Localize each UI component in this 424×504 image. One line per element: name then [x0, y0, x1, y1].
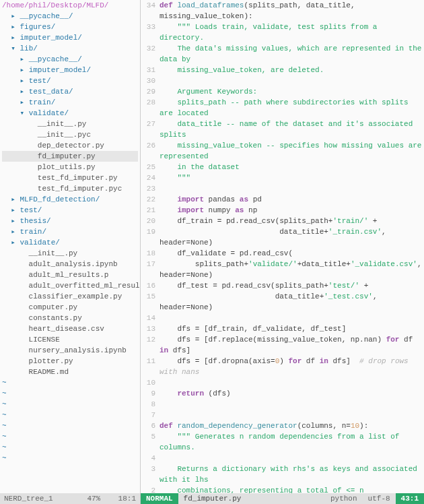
code-text: splits_path+'validate/'+data_title+'_val…	[160, 259, 424, 280]
code-text	[160, 313, 424, 323]
code-line[interactable]: 5 """ Generates n random dependencies fr…	[141, 431, 424, 453]
tree-dir[interactable]: ▸ imputer_model/	[2, 32, 138, 43]
tree-dir[interactable]: ▾ validate/	[2, 108, 138, 119]
tree-dir[interactable]: ▸ __pycache__/	[2, 54, 138, 65]
code-line[interactable]: 20 df_train = pd.read_csv(splits_path+'t…	[141, 216, 424, 226]
line-number: 7	[141, 410, 160, 420]
code-line[interactable]: 6def random_dependency_generator(columns…	[141, 420, 424, 431]
code-line[interactable]: 27 data_title -- name of the dataset and…	[141, 119, 424, 140]
code-text: df_test = pd.read_csv(splits_path+'test/…	[160, 280, 424, 291]
code-line[interactable]: 25 in the dataset	[141, 162, 424, 172]
code-text: splits_path -- path where subdirectories…	[160, 97, 424, 119]
code-line[interactable]: 30	[141, 75, 424, 86]
line-number: 14	[141, 313, 160, 323]
code-text: def random_dependency_generator(columns,…	[160, 420, 424, 431]
tree-file[interactable]: __init__.py	[2, 248, 138, 259]
line-number: 30	[141, 75, 160, 86]
tree-dir[interactable]: ▸ MLFD_fd_detection/	[2, 194, 138, 205]
code-line[interactable]: 4	[141, 453, 424, 464]
tree-file[interactable]: dep_detector.py	[2, 140, 138, 151]
line-number: 32	[141, 43, 160, 65]
tree-dir[interactable]: ▸ validate/	[2, 237, 138, 248]
tree-file[interactable]: __init__.py	[2, 119, 138, 129]
line-number: 13	[141, 323, 160, 334]
tree-file[interactable]: heart_disease.csv	[2, 323, 138, 334]
tree-file[interactable]: plot_utils.py	[2, 162, 138, 172]
code-line[interactable]: 12 dfs = [df.replace(missing_value_token…	[141, 334, 424, 356]
tree-dir[interactable]: ▸ test/	[2, 205, 138, 216]
tree-file[interactable]: __init__.pyc	[2, 129, 138, 140]
tree-dir[interactable]: ▸ thesis/	[2, 216, 138, 226]
code-line[interactable]: 17 splits_path+'validate/'+data_title+'_…	[141, 259, 424, 280]
code-text: df_validate = pd.read_csv(	[160, 248, 424, 259]
code-text: import pandas as pd	[160, 194, 424, 205]
line-number: 28	[141, 97, 160, 119]
code-line[interactable]: 13 dfs = [df_train, df_validate, df_test…	[141, 323, 424, 334]
code-line[interactable]: 34def load_dataframes(splits_path, data_…	[141, 0, 424, 22]
code-line[interactable]: 29 Argument Keywords:	[141, 86, 424, 97]
code-line[interactable]: 10	[141, 377, 424, 388]
code-line[interactable]: 21 import numpy as np	[141, 205, 424, 216]
code-text	[160, 183, 424, 194]
code-line[interactable]: 11 dfs = [df.dropna(axis=0) for df in df…	[141, 356, 424, 377]
code-line[interactable]: 24 """	[141, 172, 424, 183]
code-line[interactable]: 23	[141, 183, 424, 194]
code-line[interactable]: 26 missing_value_token -- specifies how …	[141, 140, 424, 162]
tree-cursor-pos: 18:1	[118, 495, 136, 503]
code-line[interactable]: 16 df_test = pd.read_csv(splits_path+'te…	[141, 280, 424, 291]
code-line[interactable]: 33 """ Loads train, validate, test split…	[141, 22, 424, 43]
tree-dir[interactable]: ▸ train/	[2, 226, 138, 237]
code-line[interactable]: 9 return (dfs)	[141, 388, 424, 399]
code-text: df_train = pd.read_csv(splits_path+'trai…	[160, 216, 424, 226]
tree-file[interactable]: computer.py	[2, 302, 138, 313]
code-text: return (dfs)	[160, 388, 424, 399]
tree-file[interactable]: nursery_analysis.ipynb	[2, 345, 138, 356]
tree-file[interactable]: classifier_example.py	[2, 291, 138, 302]
code-line[interactable]: 32 The data's missing values, which are …	[141, 43, 424, 65]
tree-file[interactable]: plotter.py	[2, 356, 138, 367]
tree-file[interactable]: constants.py	[2, 313, 138, 323]
tree-file[interactable]: test_fd_imputer.pyc	[2, 183, 138, 194]
line-number: 27	[141, 119, 160, 140]
line-number: 25	[141, 162, 160, 172]
file-tree-panel: /home/phil/Desktop/MLFD/ ▸ __pycache__/ …	[0, 0, 141, 504]
code-line[interactable]: 28 splits_path -- path where subdirector…	[141, 97, 424, 119]
tree-file[interactable]: adult_ml_results.p	[2, 270, 138, 280]
line-number: 12	[141, 334, 160, 356]
tree-empty-line: ~	[2, 431, 138, 442]
line-number: 20	[141, 216, 160, 226]
code-text: """	[160, 172, 424, 183]
tree-dir[interactable]: ▸ test_data/	[2, 86, 138, 97]
code-text: dfs = [df_train, df_validate, df_test]	[160, 323, 424, 334]
tree-dir[interactable]: ▸ train/	[2, 97, 138, 108]
code-line[interactable]: 31 missing_value_token, are deleted.	[141, 65, 424, 75]
tree-dir[interactable]: ▸ figures/	[2, 22, 138, 32]
tree-dir[interactable]: ▾ lib/	[2, 43, 138, 54]
code-line[interactable]: 18 df_validate = pd.read_csv(	[141, 248, 424, 259]
tree-file[interactable]: README.md	[2, 367, 138, 377]
code-line[interactable]: 3 Returns a dictionary with rhs's as key…	[141, 464, 424, 485]
code-line[interactable]: 15 data_title+'_test.csv', header=None)	[141, 291, 424, 313]
code-line[interactable]: 7	[141, 410, 424, 420]
code-line[interactable]: 8	[141, 399, 424, 410]
code-line[interactable]: 19 data_title+'_train.csv', header=None)	[141, 226, 424, 248]
tree-dir[interactable]: ▸ imputer_model/	[2, 65, 138, 75]
tree-file[interactable]: adult_overfitted_ml_results.p	[2, 280, 138, 291]
line-number: 8	[141, 399, 160, 410]
code-text: data_title -- name of the dataset and it…	[160, 119, 424, 140]
tree-file[interactable]: LICENSE	[2, 334, 138, 345]
tree-empty-line: ~	[2, 410, 138, 420]
code-text: data_title+'_train.csv', header=None)	[160, 226, 424, 248]
tree-file[interactable]: fd_imputer.py	[2, 151, 138, 162]
tree-file[interactable]: test_fd_imputer.py	[2, 172, 138, 183]
tree-file[interactable]: adult_analysis.ipynb	[2, 259, 138, 270]
code-line[interactable]: 22 import pandas as pd	[141, 194, 424, 205]
line-number: 6	[141, 420, 160, 431]
tree-statusbar: NERD_tree_1 47% 18:1	[0, 493, 140, 504]
code-text: Argument Keywords:	[160, 86, 424, 97]
tree-dir[interactable]: ▸ test/	[2, 75, 138, 86]
code-line[interactable]: 14	[141, 313, 424, 323]
tree-dir[interactable]: ▸ __pycache__/	[2, 11, 138, 22]
line-number: 33	[141, 22, 160, 43]
code-text: """ Generates n random dependencies from…	[160, 431, 424, 453]
